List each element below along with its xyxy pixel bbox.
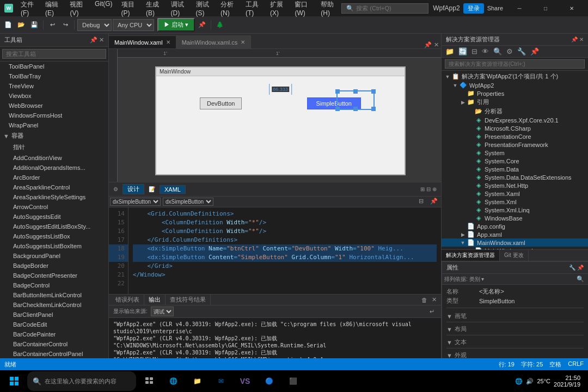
toolbox-item-windowsformshost[interactable]: WindowsFormsHost (0, 111, 108, 120)
solution-pin-icon[interactable]: 📌 (571, 36, 578, 42)
tree-systemxaml[interactable]: ◈ System.Xaml (442, 189, 588, 198)
task-view-button[interactable] (138, 371, 160, 391)
taskbar-search[interactable]: 🔍 在这里输入你要搜索的内容 (27, 371, 136, 391)
menu-edit[interactable]: 编辑(E) (41, 0, 65, 19)
tab-pin-icon[interactable]: 📌 (424, 41, 432, 48)
prop-section-text[interactable]: ▼ 文本 (446, 336, 584, 348)
toolbox-item-treeview[interactable]: TreeView (0, 81, 108, 91)
cpu-config-select[interactable]: Any CPU (113, 19, 154, 31)
tray-network-icon[interactable]: 🌐 (515, 378, 523, 385)
toolbar-save[interactable]: 💾 (28, 19, 40, 31)
git-changes-tab[interactable]: Git 更改 (500, 250, 529, 261)
toolbox-item-backgroundpanel[interactable]: BackgroundPanel (0, 251, 108, 261)
toolbox-item-toolbarpanel[interactable]: ToolBarPanel (0, 62, 108, 71)
tray-volume-icon[interactable]: 🔊 (526, 378, 534, 385)
code-component-select[interactable]: dxSimpleButton (110, 198, 161, 206)
prop-section-brush[interactable]: ▼ 画笔 (446, 310, 584, 322)
tab-mainwindow-xaml-cs[interactable]: MainWindow.xaml.cs ✕ (176, 35, 252, 48)
taskbar-vs[interactable]: VS (234, 371, 256, 391)
output-tab-errors[interactable]: 错误列表 (111, 295, 144, 305)
tab1-close[interactable]: ✕ (166, 39, 170, 45)
toolbox-item-additionaloperands[interactable]: AdditionalOperandsItems... (0, 163, 108, 173)
toolbar-open[interactable]: 📂 (15, 19, 27, 31)
menu-extensions[interactable]: 扩展(X) (266, 0, 290, 19)
solution-collapse-icon[interactable]: ⊟ (470, 47, 479, 56)
toolbox-item-barbuttonitemlinkcontrol[interactable]: BarButtonItemLinkControl (0, 290, 108, 300)
simple-button-preview[interactable]: SimpleButton (307, 97, 361, 109)
toolbox-item-pointer[interactable]: 指针 (0, 142, 108, 153)
taskbar-edge[interactable]: 🌐 (162, 371, 184, 391)
code-lines[interactable]: <Grid.ColumnDefinitions> <ColumnDefiniti… (128, 207, 441, 294)
menu-project[interactable]: 项目(P) (117, 0, 142, 19)
xaml-view-button[interactable]: XAML (160, 185, 186, 194)
toolbox-item-barcheckitemlinkcontrol[interactable]: BarCheckItemLinkControl (0, 300, 108, 310)
toolbox-item-barcontainercontrolpanel[interactable]: BarContainerControlPanel (0, 349, 108, 359)
code-element-select[interactable]: dxSimpleButton (163, 198, 213, 206)
login-button[interactable]: 登录 (463, 3, 484, 14)
taskbar-explorer[interactable]: 📁 (186, 371, 208, 391)
output-source-select[interactable]: 调试 (151, 307, 174, 316)
toolbox-item-addconditionview[interactable]: AddConditionView (0, 153, 108, 163)
toolbar-attach[interactable]: 📌 (196, 19, 208, 31)
search-input[interactable] (356, 5, 424, 11)
toolbox-item-toolbartray[interactable]: ToolBarTray (0, 71, 108, 81)
dev-button-preview[interactable]: DevButton (200, 97, 242, 109)
toolbox-close-icon[interactable]: ✕ (99, 36, 104, 44)
code-collapse-icon[interactable]: ⊟ (415, 197, 427, 207)
output-close-icon[interactable]: ✕ (430, 296, 439, 303)
debug-config-select[interactable]: Debug (77, 19, 112, 31)
prop-section-layout[interactable]: ▼ 布局 (446, 323, 584, 335)
taskbar-terminal[interactable]: ⬛ (282, 371, 304, 391)
code-pin-icon[interactable]: 📌 (427, 197, 441, 207)
toolbox-item-autosuggestslistboxitem[interactable]: AutoSuggestsListBoxItem (0, 241, 108, 251)
tree-system[interactable]: ◈ System (442, 149, 588, 157)
toolbox-item-barcodepainter[interactable]: BarCodePainter (0, 329, 108, 339)
toolbox-item-badgeborder[interactable]: BadgeBorder (0, 261, 108, 271)
tree-presentationframework[interactable]: ◈ PresentationFramework (442, 140, 588, 149)
start-button[interactable] (3, 371, 25, 391)
taskbar-chrome[interactable]: 🔵 (258, 371, 280, 391)
toolbox-item-barcontainercontrol[interactable]: BarContainerControl (0, 339, 108, 349)
tree-systemcore[interactable]: ◈ System.Core (442, 157, 588, 165)
tree-appconfig[interactable]: 📄 App.config (442, 222, 588, 230)
toolbox-item-badgecontrol[interactable]: BadgeControl (0, 280, 108, 290)
tab-mainwindow-xaml[interactable]: MainWindow.xaml ✕ (109, 35, 176, 48)
menu-analyze[interactable]: 分析(N) (216, 0, 241, 19)
solution-close-icon[interactable]: ✕ (579, 36, 584, 42)
props-pin-icon[interactable]: 📌 (577, 265, 584, 271)
solution-search-input[interactable] (445, 59, 585, 69)
toolbox-item-viewbox[interactable]: Viewbox (0, 91, 108, 101)
tree-devexpress[interactable]: ◈ DevExpress.Xpf.Core.v20.1 (442, 116, 588, 124)
output-tab-output[interactable]: 输出 (144, 295, 166, 305)
tree-references[interactable]: ▶ 📁 引用 (442, 97, 588, 107)
output-tab-findsymbol[interactable]: 查找符号结果 (166, 295, 211, 305)
menu-file[interactable]: 文件(F) (16, 0, 41, 19)
menu-view[interactable]: 视图(V) (65, 0, 90, 19)
tree-analyzer[interactable]: 📂 分析器 (442, 107, 588, 116)
tree-appxaml[interactable]: ▶ 📄 App.xaml (442, 230, 588, 238)
tree-systemnethttp[interactable]: ◈ System.Net.Http (442, 181, 588, 189)
toolbox-item-areasparklinecontrol[interactable]: AreaSparklineControl (0, 182, 108, 192)
tree-properties[interactable]: 📁 Properties (442, 89, 588, 97)
toolbox-item-wrappanel[interactable]: WrapPanel (0, 120, 108, 130)
toolbox-item-barclientpanel[interactable]: BarClientPanel (0, 310, 108, 320)
share-button[interactable]: Share (487, 5, 503, 11)
solution-refresh-icon[interactable]: 🔄 (457, 47, 469, 56)
toolbox-item-autosuggesteditlistbox[interactable]: AutoSuggestEditListBoxSty... (0, 222, 108, 231)
toolbox-search-input[interactable] (2, 49, 106, 59)
solution-pin2-icon[interactable]: 📌 (529, 47, 541, 56)
toolbox-item-autosuggestslistbox[interactable]: AutoSuggestsListBox (0, 231, 108, 241)
toolbox-item-autosuggestsedit[interactable]: AutoSuggestsEdit (0, 212, 108, 222)
minimize-button[interactable]: ─ (507, 0, 531, 16)
tree-systemxml[interactable]: ◈ System.Xml (442, 198, 588, 206)
menu-build[interactable]: 生成(B) (142, 0, 166, 19)
solution-explorer-tab[interactable]: 解决方案资源管理器 (442, 250, 500, 261)
clock[interactable]: 21:50 2021/9/19 (554, 375, 580, 388)
close-button[interactable]: ✕ (560, 0, 584, 16)
toolbox-item-webbrowser[interactable]: WebBrowser (0, 101, 108, 111)
toolbox-item-barcodeedit[interactable]: BarCodeEdit (0, 320, 108, 329)
menu-window[interactable]: 窗口(W) (290, 0, 316, 19)
menu-help[interactable]: 帮助(H) (316, 0, 341, 19)
menu-git[interactable]: Git(G) (90, 0, 117, 19)
output-wrap-icon[interactable]: ↵ (427, 308, 437, 315)
